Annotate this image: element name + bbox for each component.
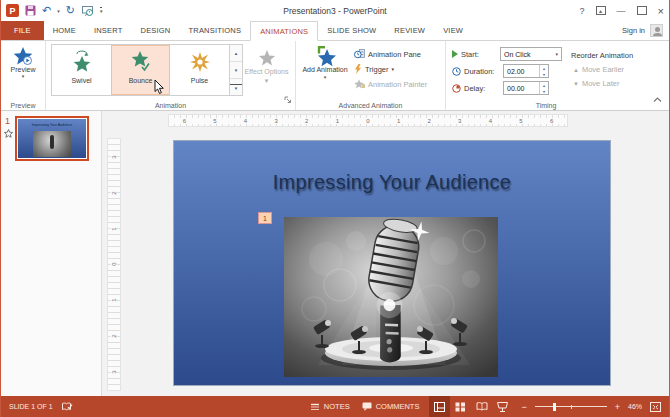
zoom-slider[interactable] xyxy=(535,401,607,412)
view-slide-sorter-button[interactable] xyxy=(450,396,471,417)
duration-spinner[interactable]: 02.00 ▴▾ xyxy=(503,64,549,78)
tab-slide-show[interactable]: SLIDE SHOW xyxy=(318,21,385,40)
animation-pane-icon xyxy=(354,49,365,59)
thumbnail-preview: Impressing Your Audience xyxy=(18,119,86,158)
slide-number: 1 xyxy=(5,116,10,126)
animation-pulse[interactable]: Pulse xyxy=(170,45,229,95)
comments-label: COMMENTS xyxy=(376,402,420,411)
sign-in[interactable]: Sign in xyxy=(622,21,669,40)
group-timing: Start: On Click ▾ Duration: 02.00 ▴▾ xyxy=(446,41,646,110)
view-slide-show-button[interactable] xyxy=(492,396,513,417)
pulse-icon xyxy=(189,50,211,75)
maximize-icon[interactable] xyxy=(637,6,647,15)
delay-label: Delay: xyxy=(464,84,500,93)
move-later-label: Move Later xyxy=(582,79,620,88)
animation-pane-label: Animation Pane xyxy=(368,50,421,59)
animation-number-tag[interactable]: 1 xyxy=(258,212,272,224)
notes-label: NOTES xyxy=(324,402,350,411)
add-animation-button[interactable]: Add Animation ▾ xyxy=(298,44,352,90)
powerpoint-window: P ↶▾ ↻ ▾ Presentation3 - PowerPoint ? ▴ … xyxy=(0,0,670,417)
slide-1-thumbnail[interactable]: Impressing Your Audience xyxy=(15,116,89,161)
add-animation-icon xyxy=(315,46,335,66)
slide-indicator: SLIDE 1 OF 1 xyxy=(9,403,53,410)
quick-access-toolbar: P ↶▾ ↻ ▾ xyxy=(6,4,102,17)
help-icon[interactable]: ? xyxy=(580,6,585,16)
ribbon: Preview ▾ Preview Swivel xyxy=(1,41,669,111)
group-label-timing: Timing xyxy=(446,102,646,109)
delay-spinner[interactable]: 00.00 ▴▾ xyxy=(503,81,549,95)
animation-indicator-icon[interactable] xyxy=(4,129,13,139)
preview-dropdown-icon: ▾ xyxy=(22,73,25,79)
gallery-scroll-up-icon[interactable]: ▴ xyxy=(230,45,242,62)
powerpoint-logo-icon: P xyxy=(6,4,19,17)
gallery-more-icon[interactable]: ▾ xyxy=(230,79,242,95)
zoom-slider-midpoint xyxy=(571,405,572,409)
tab-review[interactable]: REVIEW xyxy=(385,21,434,40)
fit-slide-to-window-icon[interactable] xyxy=(650,402,661,412)
status-bar-right: NOTES COMMENTS − + 46% xyxy=(308,396,661,417)
delay-down-icon[interactable]: ▾ xyxy=(540,88,548,94)
undo-icon[interactable]: ↶ xyxy=(42,5,51,16)
preview-button-label: Preview xyxy=(11,66,36,73)
close-icon[interactable]: × xyxy=(658,5,664,17)
microphone-stage-image[interactable] xyxy=(284,217,498,377)
start-play-icon xyxy=(452,50,458,58)
animation-gallery: Swivel Bounce Pulse xyxy=(51,44,243,96)
swivel-icon xyxy=(71,50,93,75)
start-caret-icon: ▾ xyxy=(555,51,558,57)
sign-in-label: Sign in xyxy=(622,26,645,35)
comments-button[interactable]: COMMENTS xyxy=(360,401,422,412)
duration-label: Duration: xyxy=(464,67,500,76)
window-controls: ? ▴ — × xyxy=(580,5,664,17)
tab-design[interactable]: DESIGN xyxy=(132,21,180,40)
customize-qat-icon[interactable]: ▾ xyxy=(100,7,103,14)
zoom-level[interactable]: 46% xyxy=(628,403,642,410)
delay-value: 00.00 xyxy=(504,82,539,94)
move-later-icon: ▼ xyxy=(573,81,579,87)
effect-options-caret-icon: ▾ xyxy=(265,77,269,85)
duration-down-icon[interactable]: ▾ xyxy=(540,71,548,77)
ribbon-display-options-icon[interactable]: ▴ xyxy=(596,6,606,15)
view-normal-button[interactable] xyxy=(429,396,450,417)
start-value: On Click xyxy=(504,51,530,58)
animation-painter-icon xyxy=(354,79,365,89)
zoom-in-icon[interactable]: + xyxy=(615,402,620,412)
trigger-icon xyxy=(354,64,362,74)
trigger-button[interactable]: Trigger ▾ xyxy=(352,63,429,75)
tab-view[interactable]: VIEW xyxy=(434,21,472,40)
animation-dialog-launcher-icon[interactable] xyxy=(284,90,292,108)
slide-title[interactable]: Impressing Your Audience xyxy=(174,171,610,194)
preview-button[interactable]: Preview ▾ xyxy=(3,44,43,81)
gallery-scroll-down-icon[interactable]: ▾ xyxy=(230,62,242,79)
minimize-icon[interactable]: — xyxy=(617,6,626,16)
horizontal-ruler: 6543210123456 xyxy=(168,114,568,127)
spellcheck-icon[interactable] xyxy=(61,402,73,412)
trigger-caret-icon: ▾ xyxy=(391,66,394,72)
group-label-animation: Animation xyxy=(46,102,295,109)
mouse-cursor xyxy=(154,80,165,99)
redo-icon[interactable]: ↻ xyxy=(66,5,75,16)
effect-options-star-icon xyxy=(258,49,276,67)
tab-transitions[interactable]: TRANSITIONS xyxy=(180,21,251,40)
notes-button[interactable]: NOTES xyxy=(308,401,352,412)
slide-canvas[interactable]: Impressing Your Audience 1 xyxy=(173,140,611,386)
group-label-advanced-animation: Advanced Animation xyxy=(296,102,445,109)
animation-pane-button[interactable]: Animation Pane xyxy=(352,48,429,60)
animation-swivel[interactable]: Swivel xyxy=(52,45,111,95)
add-animation-caret-icon: ▾ xyxy=(324,74,327,80)
view-reading-button[interactable] xyxy=(471,396,492,417)
zoom-out-icon[interactable]: − xyxy=(521,402,526,412)
zoom-slider-thumb[interactable] xyxy=(553,403,556,411)
tab-file[interactable]: FILE xyxy=(1,21,44,40)
save-icon[interactable] xyxy=(25,5,36,16)
gallery-scrollbar: ▴ ▾ ▾ xyxy=(229,45,242,95)
start-dropdown[interactable]: On Click ▾ xyxy=(500,47,562,61)
collapse-ribbon-icon[interactable] xyxy=(653,89,662,107)
move-earlier-icon: ▲ xyxy=(573,67,579,73)
undo-dropdown-icon[interactable]: ▾ xyxy=(57,8,60,14)
start-from-beginning-icon[interactable] xyxy=(81,5,94,16)
slide-thumbnail-panel: 1 Impressing Your Audience xyxy=(1,111,102,396)
tab-insert[interactable]: INSERT xyxy=(85,21,132,40)
tab-home[interactable]: HOME xyxy=(44,21,85,40)
tab-animations[interactable]: ANIMATIONS xyxy=(250,21,318,41)
